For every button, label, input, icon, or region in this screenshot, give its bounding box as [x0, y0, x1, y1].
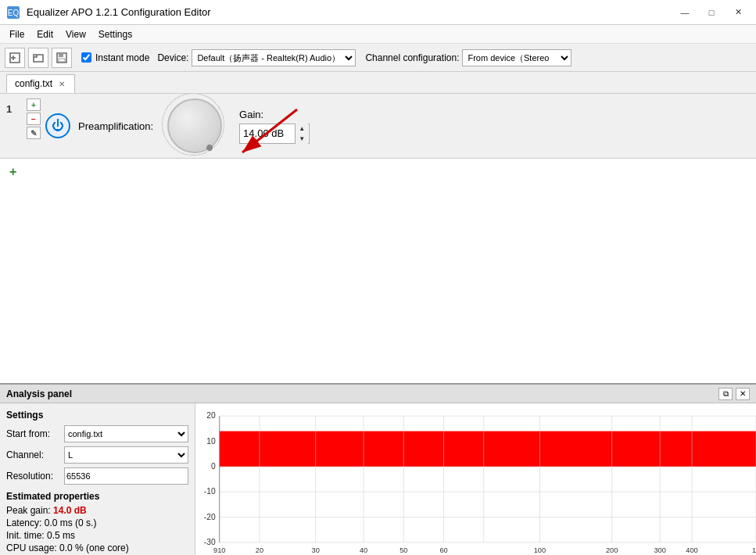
svg-text:EQ: EQ [8, 9, 20, 17]
svg-rect-8 [59, 59, 65, 62]
tab-config[interactable]: config.txt ✕ [6, 74, 75, 93]
edit-button[interactable]: ✎ [27, 127, 41, 139]
latency-value: 0.0 ms (0 s.) [45, 517, 97, 528]
gain-input[interactable] [240, 127, 295, 139]
window-controls: — □ ✕ [673, 5, 750, 20]
start-from-select[interactable]: config.txt [64, 425, 188, 442]
cpu-usage-label: CPU usage: [6, 542, 57, 553]
channel-label: Channel: [6, 449, 61, 460]
analysis-body: Settings Start from: config.txt Channel:… [0, 403, 756, 555]
gain-section: Gain: ▲ ▼ [239, 109, 310, 144]
svg-text:400: 400 [686, 546, 697, 554]
gain-label: Gain: [239, 109, 310, 120]
resolution-label: Resolution: [6, 471, 61, 482]
menu-bar: File Edit View Settings [0, 25, 756, 44]
gain-down-button[interactable]: ▼ [296, 134, 308, 144]
power-button[interactable]: ⏻ [45, 113, 70, 138]
init-time-row: Init. time: 0.5 ms [6, 530, 188, 541]
open-button[interactable] [28, 48, 48, 68]
save-button[interactable] [52, 48, 72, 68]
analysis-panel: Analysis panel ⧉ ✕ Settings Start from: … [0, 383, 756, 555]
device-select[interactable]: Default（扬声器 - Realtek(R) Audio） [192, 49, 356, 66]
tab-label: config.txt [15, 78, 52, 89]
cpu-usage-row: CPU usage: 0.0 % (one core) [6, 542, 188, 553]
estimated-title: Estimated properties [6, 491, 188, 502]
new-icon [9, 52, 20, 63]
gain-up-button[interactable]: ▲ [296, 124, 308, 134]
add-above-button[interactable]: + [27, 98, 41, 111]
analysis-close-button[interactable]: ✕ [736, 388, 750, 400]
filter-row: 1 + − ✎ ⏻ Preamplification: [0, 94, 756, 159]
toolbar: Instant mode Device: Default（扬声器 - Realt… [0, 44, 756, 72]
svg-text:1k: 1k [752, 546, 756, 554]
title-text: Equalizer APO 1.2.1 Configuration Editor [27, 6, 211, 18]
tab-close-button[interactable]: ✕ [57, 80, 66, 88]
menu-file[interactable]: File [3, 27, 30, 41]
new-button[interactable] [5, 48, 25, 68]
latency-row: Latency: 0.0 ms (0 s.) [6, 517, 188, 528]
peak-gain-row: Peak gain: 14.0 dB [6, 505, 188, 516]
svg-text:20: 20 [256, 546, 263, 554]
settings-section-title: Settings [6, 410, 188, 421]
add-filter-below-button[interactable]: + [9, 165, 16, 179]
open-icon [33, 52, 44, 63]
svg-text:200: 200 [606, 546, 618, 554]
empty-area [0, 185, 756, 383]
knob-container [167, 98, 222, 153]
title-bar-left: EQ Equalizer APO 1.2.1 Configuration Edi… [6, 5, 211, 20]
menu-view[interactable]: View [59, 27, 92, 41]
channel-select-analysis[interactable]: L [64, 446, 188, 464]
remove-button[interactable]: − [27, 113, 41, 125]
maximize-button[interactable]: □ [700, 5, 723, 20]
menu-settings[interactable]: Settings [92, 27, 138, 41]
menu-edit[interactable]: Edit [30, 27, 59, 41]
svg-text:20: 20 [206, 410, 216, 420]
cpu-usage-value: 0.0 % (one core) [59, 542, 129, 553]
latency-label: Latency: [6, 517, 41, 528]
minimize-button[interactable]: — [673, 5, 697, 20]
init-time-label: Init. time: [6, 530, 45, 541]
init-time-value: 0.5 ms [47, 530, 75, 541]
device-label: Device: [157, 52, 188, 63]
svg-text:40: 40 [360, 546, 367, 554]
app-icon: EQ [6, 5, 20, 20]
svg-text:300: 300 [654, 546, 665, 554]
svg-text:50: 50 [399, 546, 407, 554]
channel-row: Channel: L [6, 446, 188, 464]
row-number: 1 [6, 98, 22, 115]
save-icon [56, 52, 67, 63]
chart-svg: 20 10 0 -10 -20 -30 [195, 403, 756, 555]
channel-config-select[interactable]: From device（Stereo [462, 49, 571, 66]
start-from-row: Start from: config.txt [6, 425, 188, 442]
resolution-row: Resolution: [6, 467, 188, 485]
analysis-header: Analysis panel ⧉ ✕ [0, 385, 756, 403]
analysis-restore-button[interactable]: ⧉ [718, 388, 733, 400]
row-controls: + − ✎ [27, 98, 41, 139]
svg-rect-5 [34, 55, 43, 62]
svg-text:10: 10 [206, 435, 216, 445]
svg-text:910: 910 [213, 546, 225, 554]
add-below-area: + [0, 159, 756, 185]
preamplification-label: Preamplification: [78, 120, 153, 132]
analysis-controls: ⧉ ✕ [718, 388, 750, 400]
editor-area: 1 + − ✎ ⏻ Preamplification: [0, 94, 756, 383]
instant-mode-container: Instant mode [81, 52, 149, 63]
instant-mode-checkbox[interactable] [81, 52, 91, 63]
svg-rect-7 [59, 53, 63, 57]
peak-gain-value: 14.0 dB [53, 505, 87, 516]
instant-mode-label: Instant mode [95, 52, 149, 63]
svg-text:100: 100 [534, 546, 546, 554]
close-button[interactable]: ✕ [726, 5, 750, 20]
resolution-input[interactable] [64, 467, 188, 485]
gain-knob[interactable] [167, 98, 222, 153]
svg-text:30: 30 [312, 546, 320, 554]
tab-bar: config.txt ✕ [0, 72, 756, 94]
svg-text:-10: -10 [204, 486, 216, 496]
settings-panel: Settings Start from: config.txt Channel:… [0, 403, 195, 555]
svg-text:0: 0 [211, 461, 216, 471]
svg-text:-20: -20 [204, 511, 216, 521]
svg-text:60: 60 [439, 546, 447, 554]
gain-spinner: ▲ ▼ [295, 124, 308, 144]
gain-input-wrapper: ▲ ▼ [239, 124, 310, 144]
title-bar: EQ Equalizer APO 1.2.1 Configuration Edi… [0, 0, 756, 25]
